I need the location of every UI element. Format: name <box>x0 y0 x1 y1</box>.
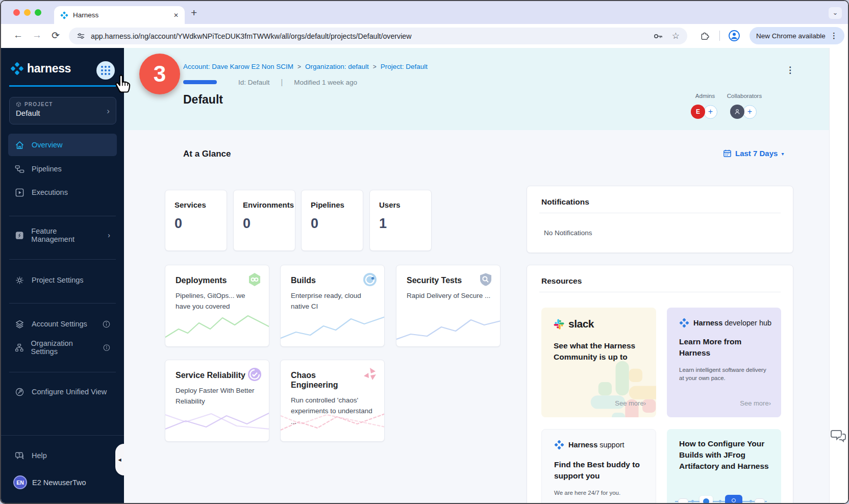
breadcrumb-project-link[interactable]: Project: Default <box>381 63 428 70</box>
chat-bubbles-icon[interactable] <box>830 427 847 445</box>
module-card-builds[interactable]: Builds Enterprise ready, cloud native CI <box>280 265 385 347</box>
executions-icon <box>15 188 24 197</box>
collaborator-avatar[interactable] <box>730 105 744 119</box>
module-card-security-tests[interactable]: Security Tests Rapid Delivery of Secure … <box>396 265 501 347</box>
wrench-circle-icon <box>15 387 24 397</box>
app-area: harness PROJECT Default › <box>1 48 848 503</box>
stat-card-services[interactable]: Services 0 <box>165 190 227 251</box>
help-chat-icon <box>15 451 24 461</box>
extensions-puzzle-icon[interactable] <box>699 31 709 41</box>
stat-label: Users <box>379 200 431 209</box>
sidebar-item-feature-management[interactable]: Feature Management › <box>8 224 117 246</box>
time-range-value: Last 7 Days <box>735 149 778 158</box>
user-avatar: EN <box>13 475 27 489</box>
module-switcher-button[interactable] <box>96 61 115 80</box>
project-menu-kebab-icon[interactable]: ⋮ <box>786 65 794 75</box>
see-more-link[interactable]: See more› <box>740 399 771 407</box>
panel-divider <box>539 213 781 213</box>
breadcrumb-org-link[interactable]: Organization: default <box>305 63 369 70</box>
chevron-right-icon: › <box>769 399 771 407</box>
see-more-link[interactable]: See more› <box>615 399 646 407</box>
sidebar-item-overview[interactable]: Overview <box>8 134 117 156</box>
resource-card-developer-hub[interactable]: Harnessdeveloper hub Learn More from Har… <box>667 308 781 417</box>
sidebar-item-label: Help <box>32 451 47 460</box>
site-settings-icon[interactable] <box>77 32 85 40</box>
sidebar-item-configure-unified-view[interactable]: Configure Unified View <box>8 381 117 403</box>
resource-card-slack[interactable]: slack See what the Harness Community is … <box>541 308 656 417</box>
notifications-empty-text: No Notifications <box>544 229 592 237</box>
module-card-deployments[interactable]: Deployments Pipelines, GitOps... we have… <box>165 265 269 347</box>
module-card-service-reliability[interactable]: Service Reliability Deploy Faster With B… <box>165 360 269 442</box>
minimize-window-button[interactable] <box>24 9 31 16</box>
tab-title: Harness <box>73 11 169 19</box>
chevron-right-icon: › <box>108 231 110 239</box>
breadcrumb-separator: > <box>373 63 377 70</box>
sidebar-item-label: Organization Settings <box>31 339 96 356</box>
add-admin-button[interactable]: + <box>704 105 717 119</box>
chrome-update-pill[interactable]: New Chrome available ⋮ <box>750 27 844 44</box>
org-hierarchy-icon <box>15 343 24 352</box>
forward-icon[interactable]: → <box>32 30 42 41</box>
info-icon[interactable] <box>103 320 110 328</box>
ci-module-icon <box>362 272 378 287</box>
home-icon <box>15 140 24 150</box>
chrome-menu-kebab-icon[interactable]: ⋮ <box>830 31 838 40</box>
url-text[interactable]: app.harness.io/ng/account/YWdkwNPiTceDUK… <box>91 32 653 40</box>
stat-card-users[interactable]: Users 1 <box>369 190 432 251</box>
progress-pill <box>183 80 217 84</box>
new-tab-button[interactable]: + <box>191 7 197 19</box>
resource-card-support[interactable]: Harnesssupport Find the Best buddy to su… <box>541 429 656 503</box>
refresh-icon[interactable]: ⟳ <box>52 30 60 41</box>
collaborators-label: Collaborators <box>724 93 765 99</box>
address-bar[interactable]: app.harness.io/ng/account/YWdkwNPiTceDUK… <box>69 28 687 44</box>
harness-favicon <box>60 11 68 19</box>
harness-logo[interactable]: harness <box>10 62 71 75</box>
stat-card-pipelines[interactable]: Pipelines 0 <box>301 190 363 251</box>
time-range-picker[interactable]: Last 7 Days ▾ <box>723 149 784 158</box>
profile-icon[interactable] <box>728 29 741 42</box>
sidebar-accent-rule <box>9 85 116 87</box>
password-key-icon[interactable] <box>653 31 664 42</box>
feature-management-icon <box>15 231 24 240</box>
sidebar-item-organization-settings[interactable]: Organization Settings <box>8 336 117 359</box>
stat-card-environments[interactable]: Environments 0 <box>233 190 295 251</box>
sidebar-item-label: Feature Management <box>31 227 99 243</box>
tab-search-icon[interactable]: ⌄ <box>829 7 842 19</box>
user-profile[interactable]: EN E2 NewuserTwo <box>13 475 86 489</box>
macos-window-controls[interactable] <box>13 9 41 16</box>
notifications-title: Notifications <box>541 197 589 207</box>
chevron-right-icon: › <box>107 106 110 116</box>
meta-divider: | <box>281 78 283 86</box>
sidebar-item-project-settings[interactable]: Project Settings <box>8 269 117 291</box>
browser-tab[interactable]: Harness ✕ <box>54 6 185 24</box>
chaos-module-icon <box>362 367 378 382</box>
resource-card-jfrog[interactable]: How to Configure Your Builds with JFrog … <box>667 429 781 503</box>
sidebar-item-account-settings[interactable]: Account Settings <box>8 313 117 335</box>
sidebar-divider <box>9 216 116 216</box>
sidebar-item-pipelines[interactable]: Pipelines <box>8 158 117 180</box>
breadcrumb-account-link[interactable]: Account: Dave Karow E2 Non SCIM <box>183 63 293 70</box>
caret-down-icon: ▾ <box>781 151 784 157</box>
close-window-button[interactable] <box>13 9 20 16</box>
module-card-chaos-engineering[interactable]: Chaos Engineering Run controlled 'chaos'… <box>280 360 385 442</box>
bookmark-star-icon[interactable]: ☆ <box>672 31 680 41</box>
add-collaborator-button[interactable]: + <box>743 105 757 119</box>
module-title: Builds <box>291 275 362 285</box>
stat-label: Services <box>174 200 227 209</box>
harness-logo-icon <box>554 440 564 450</box>
active-node-icon <box>725 495 742 503</box>
project-selector[interactable]: PROJECT Default › <box>9 97 116 124</box>
sidebar-item-label: Configure Unified View <box>32 388 107 396</box>
devhub-card-desc: Learn intelligent software delivery at y… <box>679 366 771 382</box>
sidebar-item-help[interactable]: Help <box>8 444 117 467</box>
admin-avatar[interactable]: E <box>691 105 705 119</box>
devhub-card-heading: Learn More from Harness <box>679 336 763 359</box>
back-icon[interactable]: ← <box>13 30 23 41</box>
main-content: Account: Dave Karow E2 Non SCIM > Organi… <box>124 48 848 503</box>
info-icon[interactable] <box>103 344 110 351</box>
sidebar-item-label: Overview <box>32 141 62 149</box>
zoom-window-button[interactable] <box>35 9 41 16</box>
sidebar-collapse-handle[interactable]: ◀ <box>115 444 124 475</box>
sidebar-item-executions[interactable]: Executions <box>8 181 117 204</box>
tab-close-icon[interactable]: ✕ <box>173 12 179 19</box>
